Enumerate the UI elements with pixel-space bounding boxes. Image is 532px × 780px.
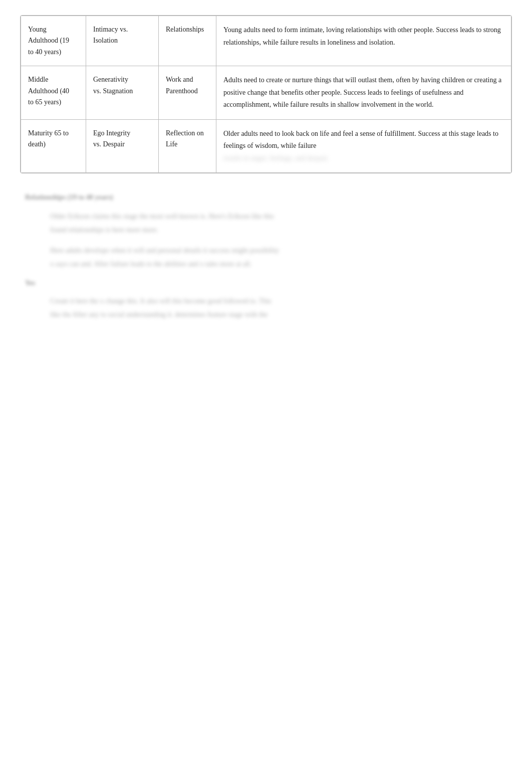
blurred-paragraph-2: Here adults develops when it will and pe…: [50, 245, 507, 270]
blurred-subheading: Yes: [25, 279, 507, 287]
blurred-para-2-line-1: Here adults develops when it will and pe…: [50, 245, 507, 256]
table-row-maturity: Maturity 65 to death) Ego Integrity vs. …: [21, 119, 511, 173]
blurred-sub-para-line-1: Create it here the x change this. It als…: [50, 295, 507, 307]
blurred-content-section: Relationships (19 to 40 years) Older Eri…: [20, 193, 512, 320]
stage-young-adulthood: Young Adulthood (19 to 40 years): [21, 16, 86, 66]
blurred-sub-paragraph: Create it here the x change this. It als…: [50, 295, 507, 320]
blurred-para-1-line-2: found relationships is here more more.: [50, 224, 507, 236]
conflict-ego-integrity: Ego Integrity vs. Despair: [86, 119, 159, 173]
blurred-heading-1: Relationships (19 to 40 years): [25, 193, 507, 202]
desc-middle-adulthood: Adults need to create or nurture things …: [216, 66, 511, 120]
blurred-para-1-line-1: Older Erikson claims this stage the most…: [50, 211, 507, 222]
blurred-sub-para-line-2: like the After any to social understandi…: [50, 309, 507, 320]
desc-maturity: Older adults need to look back on life a…: [216, 119, 511, 173]
table-row-middle-adulthood: Middle Adulthood (40 to 65 years) Genera…: [21, 66, 511, 120]
conflict-generativity: Generativity vs. Stagnation: [86, 66, 159, 120]
blurred-para-2-line-2: x says can and. After failure leads to t…: [50, 258, 507, 270]
conflict-intimacy: Intimacy vs. Isolation: [86, 16, 159, 66]
main-table-container: Young Adulthood (19 to 40 years) Intimac…: [20, 15, 512, 173]
theme-relationships: Relationships: [159, 16, 216, 66]
stage-middle-adulthood: Middle Adulthood (40 to 65 years): [21, 66, 86, 120]
theme-work-parenthood: Work and Parenthood: [159, 66, 216, 120]
erikson-stages-table: Young Adulthood (19 to 40 years) Intimac…: [21, 16, 511, 173]
stage-maturity: Maturity 65 to death): [21, 119, 86, 173]
table-row-young-adulthood: Young Adulthood (19 to 40 years) Intimac…: [21, 16, 511, 66]
theme-reflection: Reflection on Life: [159, 119, 216, 173]
desc-young-adulthood: Young adults need to form intimate, lovi…: [216, 16, 511, 66]
blurred-paragraph-1: Older Erikson claims this stage the most…: [50, 211, 507, 236]
